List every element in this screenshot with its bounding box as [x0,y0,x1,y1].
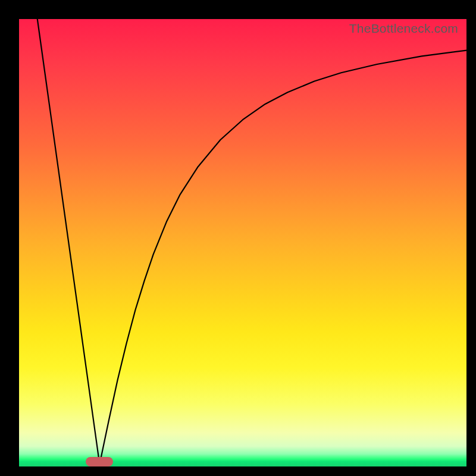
chart-frame: TheBottleneck.com [0,0,476,476]
left-line [37,19,100,464]
right-curve [99,51,466,465]
curve-layer [19,19,466,466]
plot-area: TheBottleneck.com [19,19,466,466]
valley-marker [86,457,113,466]
